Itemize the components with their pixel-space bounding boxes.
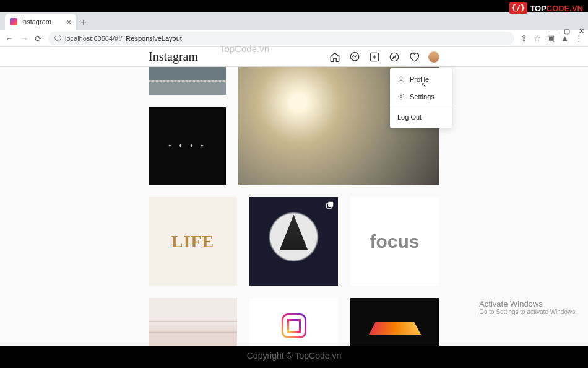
copyright-watermark: Copyright © TopCode.vn	[247, 351, 341, 361]
browser-tab-active[interactable]: Instagram ×	[5, 14, 76, 30]
post-tile-dark-birds[interactable]	[149, 107, 226, 185]
post-tile-focus[interactable]: focus	[350, 197, 439, 286]
user-icon	[397, 76, 405, 83]
topcode-text: TOPCODE.VN	[530, 4, 583, 13]
browser-tabs-bar: Instagram × +	[0, 12, 588, 30]
activate-subtitle: Go to Settings to activate Windows.	[479, 309, 577, 315]
post-tile-water[interactable]	[149, 67, 226, 95]
life-text: LIFE	[171, 232, 214, 252]
activate-windows-watermark: Activate Windows Go to Settings to activ…	[479, 299, 577, 315]
window-maximize-button[interactable]: ▢	[564, 27, 570, 35]
profile-avatar[interactable]	[428, 51, 439, 63]
url-input[interactable]: ⓘ localhost:60584/#!/ResponsiveLayout	[48, 32, 514, 45]
gear-icon	[397, 93, 405, 100]
tab-title: Instagram	[21, 18, 51, 25]
home-icon[interactable]	[329, 51, 340, 63]
messenger-icon[interactable]	[349, 51, 360, 63]
topcode-watermark-top: {/} TOPCODE.VN	[509, 2, 583, 14]
cursor-icon: ↖	[421, 81, 426, 89]
instagram-nav	[329, 51, 439, 63]
tab-close-button[interactable]: ×	[66, 17, 71, 27]
instagram-header: Instagram	[0, 47, 588, 67]
url-host: localhost:60584/#!/	[65, 35, 122, 42]
svg-point-2	[390, 53, 399, 61]
bookmark-icon[interactable]: ☆	[534, 33, 541, 43]
site-info-icon[interactable]: ⓘ	[54, 33, 61, 43]
new-post-icon[interactable]	[369, 51, 380, 63]
page-content: Instagram Profile ↖ Settings	[0, 47, 588, 346]
topcode-badge: {/}	[509, 2, 528, 14]
activate-title: Activate Windows	[479, 299, 577, 309]
share-icon[interactable]: ⇪	[521, 33, 527, 43]
dropdown-settings-label: Settings	[410, 93, 435, 100]
instagram-logo[interactable]: Instagram	[149, 50, 198, 64]
nav-back-button[interactable]: ←	[5, 33, 14, 43]
dropdown-logout[interactable]: Log Out	[390, 108, 452, 126]
carousel-icon	[326, 201, 334, 209]
topcode-watermark-center: TopCode.vn	[220, 43, 269, 54]
dropdown-profile[interactable]: Profile ↖	[390, 71, 452, 88]
svg-rect-5	[328, 202, 333, 207]
svg-point-4	[400, 96, 402, 98]
focus-text: focus	[370, 231, 419, 252]
browser-address-bar: ← → ⟳ ⓘ localhost:60584/#!/ResponsiveLay…	[0, 30, 588, 47]
explore-icon[interactable]	[389, 51, 400, 63]
instagram-icon	[282, 313, 306, 338]
post-tile-ship-moon[interactable]	[249, 197, 338, 286]
instagram-favicon-icon	[10, 18, 17, 25]
nav-reload-button[interactable]: ⟳	[35, 33, 42, 43]
grid-row-2: LIFE focus	[149, 197, 439, 286]
post-tile-instagram-logo[interactable]	[249, 298, 338, 346]
window-close-button[interactable]: ✕	[579, 27, 584, 35]
url-path: ResponsiveLayout	[126, 35, 182, 42]
window-controls: — ▢ ✕	[548, 27, 584, 35]
new-tab-button[interactable]: +	[76, 15, 91, 30]
post-tile-waves[interactable]	[149, 298, 237, 346]
dropdown-divider	[390, 107, 452, 107]
post-tile-laptop[interactable]	[350, 298, 439, 346]
post-tile-life[interactable]: LIFE	[149, 197, 237, 286]
browser-window: — ▢ ✕ Instagram × + ← → ⟳ ⓘ localhost:60…	[0, 12, 588, 346]
dropdown-logout-label: Log Out	[397, 113, 422, 121]
activity-heart-icon[interactable]	[409, 51, 420, 63]
nav-forward-button[interactable]: →	[20, 33, 28, 43]
dropdown-settings[interactable]: Settings	[390, 88, 452, 105]
svg-point-3	[400, 77, 402, 79]
profile-dropdown: Profile ↖ Settings Log Out	[390, 68, 452, 128]
window-minimize-button[interactable]: —	[548, 27, 555, 35]
grid-row-3	[149, 298, 439, 346]
